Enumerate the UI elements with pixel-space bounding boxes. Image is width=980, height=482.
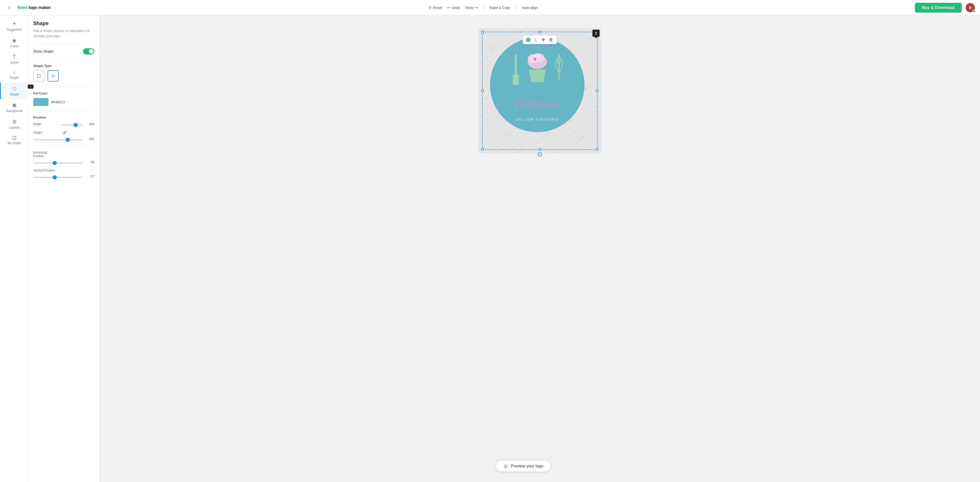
v-position-slider[interactable] xyxy=(33,177,83,178)
logo-sub-label: DELISH COOKIES xyxy=(515,117,559,121)
buy-download-button[interactable]: Buy & Download xyxy=(915,3,962,13)
lock-icon: 🔗 xyxy=(62,130,67,135)
left-nav: ✦ Suggested ◉ Colors T Name t Slogan ◻ S… xyxy=(0,15,28,482)
topbar-left: ‹ fiverr logo maker. xyxy=(5,3,51,12)
toolbar-color-dot[interactable] xyxy=(526,37,531,43)
sidebar-item-colors[interactable]: ◉ Colors xyxy=(0,35,28,51)
redo-icon: ↪ xyxy=(475,6,478,10)
height-slider[interactable] xyxy=(33,139,83,140)
logo-canvas: fiverr. xyxy=(479,28,601,153)
divider-2 xyxy=(33,59,94,59)
background-label: Background xyxy=(6,109,22,113)
width-section: Width 462 xyxy=(33,122,94,127)
sidebar-item-shape[interactable]: ◻ Shape 1 xyxy=(0,83,28,99)
topbar-right: Buy & Download B xyxy=(915,3,975,13)
sidebar-item-background[interactable]: ▣ Background xyxy=(0,99,28,116)
shape-icon: ◻ xyxy=(13,86,16,91)
online-badge xyxy=(972,10,975,13)
show-shape-label: Show Shape xyxy=(33,49,53,53)
handle-rm[interactable] xyxy=(596,89,598,92)
layouts-icon: ⊞ xyxy=(13,119,16,124)
undo-button[interactable]: ↩ Undo xyxy=(447,6,460,10)
h-position-section: Horizontal Position 56 xyxy=(33,151,94,165)
auto-align-button[interactable]: Auto-align xyxy=(522,6,538,10)
shape-rectangle-btn[interactable]: □ xyxy=(33,70,45,81)
shape-panel: Shape Add a shape, recolor, or repositio… xyxy=(28,15,100,482)
name-icon: T xyxy=(13,54,16,60)
width-row: Width 462 xyxy=(33,122,94,127)
preview-button[interactable]: 🧁 Preview your logo xyxy=(496,460,550,472)
v-position-value: 57 xyxy=(85,175,94,178)
shape-circle-btn[interactable]: ○ xyxy=(48,70,59,81)
v-position-label: Vertical Position xyxy=(33,169,59,172)
drafts-icon: 📋 xyxy=(12,135,17,140)
height-slider-row: 461 xyxy=(33,137,94,142)
h-position-slider-row: 56 xyxy=(33,160,94,165)
toolbar-align-btn[interactable]: ⊥ xyxy=(533,37,539,43)
position-label: Position xyxy=(33,116,94,119)
reset-button[interactable]: ↺ Reset xyxy=(428,6,442,10)
undo-icon: ↩ xyxy=(447,6,450,10)
handle-br[interactable] xyxy=(596,148,598,151)
handle-lm[interactable] xyxy=(481,89,484,92)
app-logo: fiverr logo maker. xyxy=(18,5,51,10)
v-position-slider-container xyxy=(33,174,83,179)
back-button[interactable]: ‹ xyxy=(5,3,13,12)
user-initials: B xyxy=(969,6,972,10)
fill-color-hex: #64B6C5 xyxy=(51,100,65,104)
canvas-area[interactable]: fiverr. xyxy=(100,15,980,482)
height-value: 461 xyxy=(85,137,94,141)
show-shape-row: Show Shape xyxy=(33,48,94,54)
handle-bm[interactable] xyxy=(539,148,541,151)
logo-text: fiverr logo maker. xyxy=(18,5,51,10)
sidebar-item-layouts[interactable]: ⊞ Layouts xyxy=(0,116,28,132)
sidebar-item-suggested[interactable]: ✦ Suggested xyxy=(0,18,28,35)
logo-brand-name: Galletoso xyxy=(514,97,560,110)
suggested-label: Suggested xyxy=(7,28,21,32)
handle-bl[interactable] xyxy=(481,148,484,151)
main-content: ✦ Suggested ◉ Colors T Name t Slogan ◻ S… xyxy=(0,15,980,482)
user-avatar[interactable]: B xyxy=(966,3,975,12)
drafts-label: My Drafts xyxy=(8,142,21,145)
toolbar-delete-btn[interactable]: 🗑 xyxy=(548,37,554,43)
sidebar-item-slogan[interactable]: t Slogan xyxy=(0,67,28,83)
logo-svg: Galletoso DELISH COOKIES xyxy=(486,34,589,141)
background-icon: ▣ xyxy=(12,102,17,108)
rotate-handle[interactable]: ↻ xyxy=(538,152,542,156)
reset-label: Reset xyxy=(433,6,442,10)
suggested-icon: ✦ xyxy=(13,21,16,27)
name-label: Name xyxy=(10,61,18,64)
v-position-section: Vertical Position 57 xyxy=(33,169,94,179)
sidebar-item-name[interactable]: T Name xyxy=(0,51,28,67)
divider-1 xyxy=(33,43,94,44)
width-slider[interactable] xyxy=(61,124,83,126)
slogan-icon: t xyxy=(14,70,15,75)
colors-icon: ◉ xyxy=(12,38,16,43)
panel-title: Shape xyxy=(33,21,94,26)
shape-label: Shape xyxy=(10,92,19,96)
height-section: Height 🔗 461 xyxy=(33,130,94,142)
handle-tr[interactable] xyxy=(596,31,598,33)
height-row: Height 🔗 xyxy=(33,130,94,135)
v-position-slider-row: 57 xyxy=(33,174,94,179)
element-toolbar: ⊥ ✥ 🗑 xyxy=(523,35,557,44)
width-slider-container xyxy=(61,122,83,127)
fill-color-swatch[interactable] xyxy=(33,98,49,106)
preview-icon: 🧁 xyxy=(503,464,508,468)
handle-tm[interactable] xyxy=(539,31,541,33)
h-position-slider[interactable] xyxy=(33,162,83,164)
fill-color-label: Fill Color xyxy=(33,92,94,95)
sidebar-item-drafts[interactable]: 📋 My Drafts xyxy=(0,132,28,148)
toolbar-move-btn[interactable]: ✥ xyxy=(541,37,546,43)
handle-tl[interactable] xyxy=(481,31,484,33)
h-position-slider-container xyxy=(33,160,83,165)
h-position-value: 56 xyxy=(85,161,94,164)
width-label: Width xyxy=(33,122,59,126)
height-label: Height xyxy=(33,131,59,134)
shape-type-label: Shape Type xyxy=(33,64,94,68)
show-shape-toggle[interactable] xyxy=(83,48,94,54)
make-copy-button[interactable]: Make a Copy xyxy=(489,6,510,10)
make-copy-label: Make a Copy xyxy=(489,6,510,10)
undo-label: Undo xyxy=(452,6,460,10)
redo-button[interactable]: Redo ↪ xyxy=(465,6,478,10)
